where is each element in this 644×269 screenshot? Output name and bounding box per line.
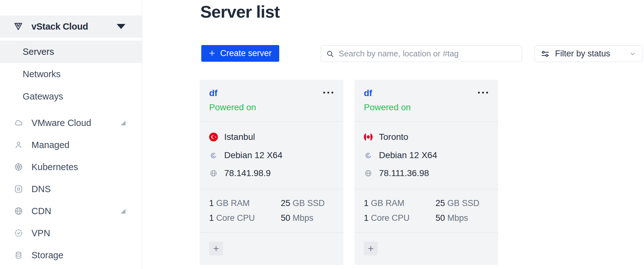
server-os: Debian 12 X64 [224,150,282,160]
globe-icon [209,169,218,178]
brand-label: vStack Cloud [31,21,88,32]
search-input[interactable] [339,49,517,59]
os-row: Debian 12 X64 [209,151,282,160]
primary-nav: Servers Networks Gateways [0,41,142,108]
ip-row: 78.111.36.98 [364,169,429,178]
sidebar-item-label: VPN [31,228,50,238]
sliders-icon [541,49,550,59]
filter-label: Filter by status [555,49,629,59]
vstack-logo-icon [14,22,23,31]
create-server-button[interactable]: + Create server [201,45,279,62]
sidebar-item-vmware-cloud[interactable]: VMware Cloud [0,112,142,134]
server-location: Istanbul [224,132,255,142]
sidebar-item-label: Servers [23,47,54,57]
sidebar-item-networks[interactable]: Networks [0,63,142,85]
page-title: Server list [200,3,280,21]
spec-ssd: 25 GB SSD [281,198,325,208]
sidebar-item-label: Kubernetes [31,162,78,172]
sidebar-item-label: Gateways [23,91,63,102]
globe-icon [14,206,23,216]
canada-flag-icon [364,133,373,141]
spec-bandwidth: 50 Mbps [281,213,314,223]
divider [200,121,343,122]
ip-row: 78.141.98.9 [209,169,271,178]
secondary-nav: VMware Cloud Managed [0,112,142,266]
sidebar-item-label: Managed [31,140,69,150]
dns-icon [14,184,23,194]
sidebar-item-gateways[interactable]: Gateways [0,85,142,108]
plus-icon: + [368,243,374,254]
database-icon [14,250,23,260]
search-box [321,45,522,62]
server-status: Powered on [209,102,256,112]
app-window: vStack Cloud Servers Networks Gateways V… [0,0,644,269]
divider [200,232,343,232]
server-menu-button[interactable] [323,89,334,96]
spec-cpu: 1 Core CPU [209,213,255,223]
server-name-link[interactable]: df [364,88,372,98]
divider [200,189,343,189]
plus-icon: + [213,243,219,254]
os-row: Debian 12 X64 [364,151,437,160]
expand-corner-icon [121,209,125,214]
sidebar-item-dns[interactable]: DNS [0,178,142,200]
sidebar-item-vpn[interactable]: VPN [0,222,142,244]
sidebar-item-label: CDN [31,206,51,216]
sidebar-item-cdn[interactable]: CDN [0,200,142,222]
sidebar-item-kubernetes[interactable]: Kubernetes [0,156,142,178]
divider [354,189,498,189]
spec-ram: 1 GB RAM [364,198,404,208]
server-name-link[interactable]: df [209,88,217,98]
server-status: Powered on [364,102,411,112]
filter-status-select[interactable]: Filter by status [535,45,642,62]
sidebar-item-label: Networks [23,69,61,79]
chevron-down-icon [629,50,636,58]
spec-ssd: 25 GB SSD [436,198,480,208]
spec-bandwidth: 50 Mbps [436,213,468,223]
sidebar-item-label: Storage [31,250,64,260]
sidebar: vStack Cloud Servers Networks Gateways V… [0,0,142,269]
spec-ram: 1 GB RAM [209,198,250,208]
sidebar-item-label: DNS [31,184,51,194]
user-icon [14,140,23,150]
server-card: df Powered on Istanbul [200,80,343,265]
server-ip: 78.111.36.98 [379,168,429,178]
add-tag-button[interactable]: + [364,242,378,255]
server-card: df Powered on [354,80,498,265]
badge-check-icon [14,228,23,238]
location-row: Toronto [364,133,408,141]
divider [354,121,498,122]
server-location: Toronto [379,132,408,142]
server-menu-button[interactable] [477,89,489,96]
sidebar-item-managed[interactable]: Managed [0,134,142,156]
brand-switcher[interactable]: vStack Cloud [0,15,142,37]
add-tag-button[interactable]: + [209,242,223,255]
spec-cpu: 1 Core CPU [364,213,410,223]
server-os: Debian 12 X64 [379,150,437,160]
location-row: Istanbul [209,133,255,141]
kubernetes-wheel-icon [14,162,23,172]
debian-icon [209,151,218,160]
debian-icon [364,151,373,160]
expand-corner-icon [121,121,125,125]
caret-down-icon [117,24,125,29]
divider [354,232,498,232]
turkey-flag-icon [209,133,218,141]
server-ip: 78.141.98.9 [224,168,271,178]
cloud-icon [14,118,23,128]
sidebar-item-servers[interactable]: Servers [0,41,142,63]
globe-icon [364,169,373,178]
search-icon [326,50,334,58]
sidebar-item-storage[interactable]: Storage [0,244,142,266]
plus-icon: + [209,47,215,59]
sidebar-item-label: VMware Cloud [31,118,91,128]
